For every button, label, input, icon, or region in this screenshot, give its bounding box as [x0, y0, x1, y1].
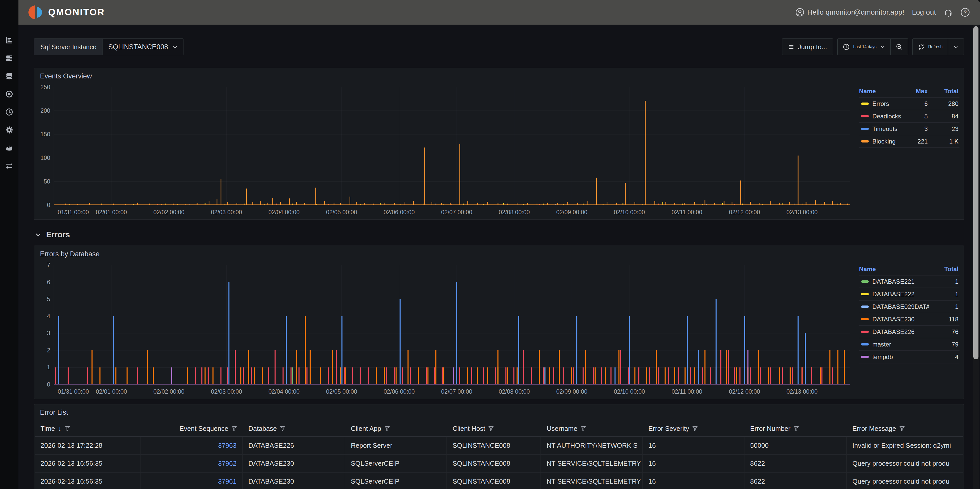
- record-icon[interactable]: [5, 90, 14, 99]
- svg-text:02/05 00:00: 02/05 00:00: [326, 209, 357, 215]
- filter-icon[interactable]: [794, 426, 799, 431]
- legend-row[interactable]: Deadlocks584: [859, 110, 959, 123]
- column-header-client-host[interactable]: Client Host: [447, 421, 541, 436]
- filter-icon[interactable]: [488, 426, 494, 431]
- svg-text:02/01 00:00: 02/01 00:00: [96, 209, 127, 215]
- legend-header[interactable]: Total: [929, 88, 959, 95]
- legend-row[interactable]: tempdb4: [859, 351, 959, 363]
- logout-link[interactable]: Log out: [912, 8, 936, 16]
- series-total: 76: [929, 328, 959, 336]
- refresh-interval-dropdown[interactable]: [948, 39, 964, 55]
- time-range-button[interactable]: Last 14 days: [838, 39, 890, 55]
- events-overview-panel: Events Overview 05010015020025001/31 00:…: [34, 68, 964, 220]
- scrollbar-thumb[interactable]: [973, 26, 978, 359]
- legend-row[interactable]: Blocking2211 K: [859, 135, 959, 148]
- legend-row[interactable]: DATABASE2221: [859, 288, 959, 301]
- crown-icon[interactable]: [5, 143, 14, 152]
- table-cell: SQLServerCEIP: [345, 455, 447, 472]
- svg-text:02/07 00:00: 02/07 00:00: [441, 209, 473, 215]
- jump-to-button[interactable]: Jump to...: [782, 38, 833, 55]
- legend-row[interactable]: DATABASE230118: [859, 313, 959, 326]
- series-color-swatch: [861, 306, 869, 308]
- table-cell: Query processor could not produ: [847, 473, 963, 489]
- zoom-out-button[interactable]: [890, 39, 908, 55]
- svg-text:02/11 00:00: 02/11 00:00: [672, 209, 702, 215]
- help-icon[interactable]: ?: [961, 8, 970, 17]
- column-header-username[interactable]: Username: [541, 421, 643, 436]
- swap-arrows-icon[interactable]: [5, 161, 14, 170]
- legend-row[interactable]: DATABASE22676: [859, 326, 959, 338]
- svg-text:02/02 00:00: 02/02 00:00: [153, 209, 185, 215]
- legend-row[interactable]: Errors6280: [859, 98, 959, 110]
- legend-header[interactable]: Name: [859, 266, 929, 273]
- series-total: 118: [929, 316, 959, 323]
- column-header-client-app[interactable]: Client App: [345, 421, 447, 436]
- table-cell: NT SERVICE\SQLTELEMETRY: [541, 455, 643, 472]
- chevron-down-icon: [953, 45, 958, 49]
- svg-text:02/08 00:00: 02/08 00:00: [499, 209, 530, 215]
- legend-row[interactable]: Timeouts323: [859, 123, 959, 135]
- errors-section-header[interactable]: Errors: [35, 229, 964, 241]
- series-color-swatch: [861, 318, 869, 320]
- cell-event-sequence[interactable]: 37963: [141, 437, 243, 454]
- errors-by-database-chart[interactable]: 0123456701/31 00:0002/01 00:0002/02 00:0…: [37, 262, 853, 397]
- legend-header[interactable]: Max: [900, 88, 929, 95]
- svg-text:5: 5: [47, 296, 50, 303]
- svg-text:1: 1: [47, 364, 50, 371]
- series-color-swatch: [861, 293, 869, 295]
- legend-header[interactable]: Total: [929, 266, 959, 273]
- svg-text:02/13 00:00: 02/13 00:00: [786, 209, 818, 215]
- column-header-error-number[interactable]: Error Number: [745, 421, 847, 436]
- column-header-error-message[interactable]: Error Message: [847, 421, 963, 436]
- svg-text:250: 250: [40, 84, 50, 91]
- column-header-database[interactable]: Database: [243, 421, 345, 436]
- page-scrollbar: [973, 25, 979, 489]
- clock-icon[interactable]: [5, 108, 14, 116]
- zoom-out-icon: [896, 43, 903, 50]
- refresh-button[interactable]: Refresh: [913, 39, 948, 55]
- gear-icon[interactable]: [5, 126, 14, 134]
- sort-desc-icon[interactable]: ↓: [58, 425, 62, 433]
- filter-icon[interactable]: [280, 426, 285, 431]
- refresh-control: Refresh: [912, 38, 964, 55]
- instance-variable-dropdown[interactable]: SQLINSTANCE008: [102, 38, 183, 55]
- support-headset-icon[interactable]: [943, 8, 953, 17]
- filter-icon[interactable]: [231, 426, 237, 431]
- database-icon[interactable]: [5, 72, 14, 80]
- cell-event-sequence[interactable]: 37962: [141, 455, 243, 472]
- cell-event-sequence[interactable]: 37961: [141, 473, 243, 489]
- servers-icon[interactable]: [5, 54, 14, 62]
- left-sidebar: [0, 0, 19, 489]
- events-overview-chart[interactable]: 05010015020025001/31 00:0002/01 00:0002/…: [37, 84, 853, 217]
- series-name: DATABASE230: [872, 316, 915, 323]
- time-range-picker: Last 14 days: [837, 38, 908, 55]
- filter-icon[interactable]: [65, 426, 70, 431]
- panel-title: Events Overview: [40, 72, 92, 80]
- table-cell: SQLINSTANCE008: [447, 473, 541, 489]
- svg-text:0: 0: [47, 202, 50, 209]
- series-total: 84: [929, 113, 959, 120]
- series-max: 221: [900, 138, 929, 145]
- series-total: 1 K: [929, 138, 959, 145]
- legend-row[interactable]: DATABASE2211: [859, 276, 959, 288]
- user-icon: [795, 8, 804, 17]
- legend-row[interactable]: DATABASE029DATABASE2301: [859, 301, 959, 313]
- column-header-event-sequence[interactable]: Event Sequence: [141, 421, 243, 436]
- filter-icon[interactable]: [692, 426, 698, 431]
- legend-row[interactable]: master79: [859, 338, 959, 351]
- filter-icon[interactable]: [384, 426, 390, 431]
- filter-icon[interactable]: [899, 426, 905, 431]
- column-header-error-severity[interactable]: Error Severity: [643, 421, 745, 436]
- svg-text:100: 100: [40, 155, 50, 161]
- svg-text:7: 7: [47, 262, 50, 268]
- series-total: 4: [929, 354, 959, 361]
- error-list-panel: Error List Time↓Event SequenceDatabaseCl…: [34, 404, 964, 489]
- legend-header[interactable]: Name: [859, 88, 900, 95]
- svg-text:3: 3: [47, 330, 50, 336]
- svg-text:02/09 00:00: 02/09 00:00: [556, 209, 588, 215]
- column-header-time[interactable]: Time↓: [35, 421, 141, 436]
- chevron-down-icon: [880, 45, 885, 49]
- filter-icon[interactable]: [581, 426, 586, 431]
- errors-section-title: Errors: [46, 230, 70, 239]
- bar-chart-icon[interactable]: [5, 36, 14, 45]
